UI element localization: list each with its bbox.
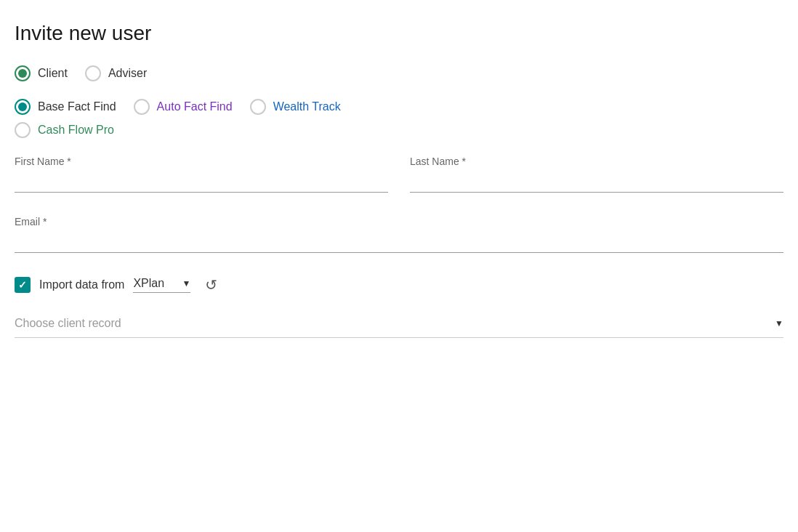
radio-item-adviser[interactable]: Adviser	[85, 65, 147, 81]
checkmark-icon: ✓	[18, 279, 27, 291]
last-name-label: Last Name *	[410, 156, 783, 167]
client-record-placeholder: Choose client record	[15, 317, 121, 330]
radio-label-adviser: Adviser	[108, 67, 147, 80]
last-name-input[interactable]	[410, 173, 783, 193]
client-record-dropdown[interactable]: Choose client record ▼	[15, 317, 783, 338]
radio-circle-cash-flow-pro	[15, 122, 31, 138]
email-input[interactable]	[15, 233, 783, 253]
radio-circle-base-fact-find	[15, 99, 31, 115]
module-section: Base Fact Find Auto Fact Find Wealth Tra…	[15, 99, 783, 138]
radio-label-wealth-track: Wealth Track	[273, 100, 341, 113]
import-data-row: ✓ Import data from XPlan ▼ ↻	[15, 276, 783, 294]
email-label: Email *	[15, 216, 783, 227]
radio-label-client: Client	[38, 67, 68, 80]
radio-item-client[interactable]: Client	[15, 65, 68, 81]
user-type-section: Client Adviser	[15, 65, 783, 81]
radio-circle-adviser	[85, 65, 101, 81]
radio-dot-client	[18, 69, 27, 78]
client-record-arrow-icon: ▼	[775, 318, 783, 329]
first-name-input[interactable]	[15, 173, 388, 193]
module-row-1: Base Fact Find Auto Fact Find Wealth Tra…	[15, 99, 783, 115]
radio-item-auto-fact-find[interactable]: Auto Fact Find	[134, 99, 233, 115]
import-source-wrapper: XPlan ▼	[133, 277, 190, 293]
import-checkbox[interactable]: ✓	[15, 277, 31, 293]
radio-label-base-fact-find: Base Fact Find	[38, 100, 116, 113]
radio-item-cash-flow-pro[interactable]: Cash Flow Pro	[15, 122, 114, 138]
email-form-field: Email *	[15, 216, 783, 253]
radio-circle-wealth-track	[250, 99, 266, 115]
radio-circle-auto-fact-find	[134, 99, 150, 115]
user-type-radio-group: Client Adviser	[15, 65, 783, 81]
refresh-icon[interactable]: ↻	[205, 276, 217, 294]
import-label: Import data from	[39, 278, 124, 291]
import-source-dropdown-arrow[interactable]: ▼	[182, 278, 190, 289]
page-title: Invite new user	[15, 22, 783, 45]
last-name-field: Last Name *	[410, 156, 783, 193]
module-row-2: Cash Flow Pro	[15, 122, 783, 138]
name-row: First Name * Last Name *	[15, 156, 783, 193]
radio-circle-client	[15, 65, 31, 81]
first-name-label: First Name *	[15, 156, 388, 167]
import-source-select[interactable]: XPlan	[133, 277, 179, 289]
email-field: Email *	[15, 216, 783, 253]
first-name-field: First Name *	[15, 156, 388, 193]
radio-item-base-fact-find[interactable]: Base Fact Find	[15, 99, 116, 115]
radio-label-cash-flow-pro: Cash Flow Pro	[38, 124, 114, 137]
radio-dot-base-fact-find	[18, 102, 27, 111]
radio-label-auto-fact-find: Auto Fact Find	[157, 100, 233, 113]
radio-item-wealth-track[interactable]: Wealth Track	[250, 99, 341, 115]
